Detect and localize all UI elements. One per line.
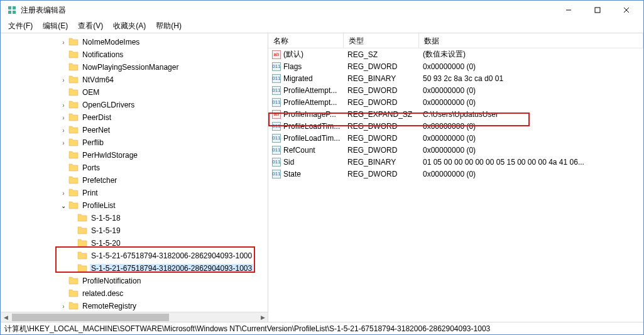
tree-node[interactable]: ›S-1-5-21-67518794-3182006-2862904093-10… (1, 262, 266, 275)
horizontal-scrollbar[interactable]: ◀ ▶ (1, 312, 268, 322)
tree-node-label: Ports (81, 163, 101, 172)
tree-node[interactable]: ›S-1-5-19 (1, 224, 266, 237)
menu-edit[interactable]: 编辑(E) (38, 19, 73, 33)
value-row[interactable]: 011StateREG_DWORD0x00000000 (0) (268, 168, 643, 180)
value-row[interactable]: 011RefCountREG_DWORD0x00000000 (0) (268, 144, 643, 156)
tree-node[interactable]: ›RemoteRegistry (1, 300, 266, 312)
tree-node[interactable]: ›Perflib (1, 136, 266, 149)
chevron-right-icon[interactable]: › (58, 114, 68, 121)
value-row[interactable]: 011FlagsREG_DWORD0x00000000 (0) (268, 60, 643, 72)
tree-node-label: NtVdm64 (81, 75, 115, 84)
column-data[interactable]: 数据 (419, 33, 643, 48)
tree-node-label: related.desc (81, 289, 124, 298)
tree-node[interactable]: ›PeerDist (1, 111, 266, 124)
menu-help[interactable]: 帮助(H) (151, 19, 187, 33)
folder-icon (77, 213, 90, 224)
chevron-right-icon[interactable]: › (58, 140, 68, 146)
tree-node[interactable]: ›OpenGLDrivers (1, 99, 266, 111)
tree-node[interactable]: ›ProfileNotification (1, 275, 266, 287)
maximize-button[interactable] (583, 1, 612, 19)
chevron-right-icon[interactable]: › (58, 39, 68, 46)
value-data: 50 93 2c 8a 3c ca d0 01 (419, 74, 643, 83)
svg-rect-0 (8, 6, 11, 9)
binary-icon: 011 (272, 86, 281, 95)
menu-file[interactable]: 文件(F) (3, 19, 38, 33)
minimize-button[interactable] (554, 1, 583, 19)
tree-node[interactable]: ›Print (1, 187, 266, 199)
tree-node[interactable]: ›NowPlayingSessionManager (1, 61, 266, 74)
value-type: REG_DWORD (344, 86, 419, 95)
value-type: REG_EXPAND_SZ (344, 110, 419, 119)
value-row[interactable]: abProfileImageP...REG_EXPAND_SZC:\Users\… (268, 108, 643, 120)
tree-node[interactable]: ›PeerNet (1, 124, 266, 136)
menu-view[interactable]: 查看(V) (73, 19, 108, 33)
value-name: ProfileAttempt... (283, 86, 337, 95)
svg-rect-5 (595, 8, 600, 13)
folder-icon (68, 301, 81, 312)
value-data: 0x00000000 (0) (419, 98, 643, 107)
value-data: 01 05 00 00 00 00 00 05 15 00 00 00 4a 4… (419, 158, 643, 167)
tree-node[interactable]: ›S-1-5-21-67518794-3182006-2862904093-10… (1, 250, 266, 262)
statusbar: 计算机\HKEY_LOCAL_MACHINE\SOFTWARE\Microsof… (1, 322, 643, 334)
chevron-right-icon[interactable]: › (58, 102, 68, 109)
scroll-left-button[interactable]: ◀ (1, 312, 11, 322)
tree-node[interactable]: ›related.desc (1, 287, 266, 300)
tree-node[interactable]: ⌄ProfileList (1, 199, 266, 212)
value-type: REG_DWORD (344, 98, 419, 107)
tree-node[interactable]: ›Prefetcher (1, 174, 266, 187)
close-button[interactable] (612, 1, 641, 19)
chevron-right-icon[interactable]: › (58, 77, 68, 84)
list-header: 名称 类型 数据 (268, 33, 643, 48)
tree-node[interactable]: ›PerHwIdStorage (1, 149, 266, 162)
tree-node-label: RemoteRegistry (81, 302, 138, 310)
tree-node[interactable]: ›OEM (1, 86, 266, 99)
folder-icon (68, 188, 81, 199)
folder-icon (68, 50, 81, 60)
folder-icon (68, 62, 81, 73)
tree-node-label: Notifications (81, 50, 124, 59)
tree-node[interactable]: ›S-1-5-20 (1, 237, 266, 250)
binary-icon: 011 (272, 98, 281, 107)
scroll-track[interactable] (11, 312, 258, 322)
tree-node-label: ProfileList (81, 201, 117, 210)
tree-node[interactable]: ›NoImeModeImes (1, 36, 266, 48)
tree-node[interactable]: ›Notifications (1, 48, 266, 61)
folder-icon (68, 113, 81, 123)
list-body[interactable]: ab(默认)REG_SZ(数值未设置)011FlagsREG_DWORD0x00… (268, 48, 643, 322)
chevron-right-icon[interactable]: › (58, 303, 68, 310)
value-row[interactable]: 011SidREG_BINARY01 05 00 00 00 00 00 05 … (268, 156, 643, 168)
value-name: ProfileLoadTim... (283, 122, 340, 131)
chevron-right-icon[interactable]: › (58, 190, 68, 197)
menu-favorites[interactable]: 收藏夹(A) (108, 19, 151, 33)
svg-rect-1 (13, 6, 16, 9)
value-row[interactable]: 011ProfileAttempt...REG_DWORD0x00000000 … (268, 84, 643, 96)
binary-icon: 011 (272, 158, 281, 167)
value-data: 0x00000000 (0) (419, 62, 643, 71)
folder-icon (77, 226, 90, 236)
tree-node-label: ProfileNotification (81, 277, 142, 285)
chevron-right-icon[interactable]: › (58, 127, 68, 134)
value-row[interactable]: 011MigratedREG_BINARY50 93 2c 8a 3c ca d… (268, 72, 643, 84)
window-title: 注册表编辑器 (21, 5, 554, 16)
scroll-thumb[interactable] (12, 314, 169, 321)
tree-node[interactable]: ›Ports (1, 162, 266, 174)
binary-icon: 011 (272, 146, 281, 155)
tree-node[interactable]: ›S-1-5-18 (1, 212, 266, 224)
folder-icon (77, 238, 90, 249)
scroll-right-button[interactable]: ▶ (258, 312, 268, 322)
tree-node[interactable]: ›NtVdm64 (1, 74, 266, 86)
column-name[interactable]: 名称 (268, 33, 344, 48)
value-row[interactable]: 011ProfileLoadTim...REG_DWORD0x00000000 … (268, 132, 643, 144)
column-type[interactable]: 类型 (344, 33, 419, 48)
value-row[interactable]: 011ProfileAttempt...REG_DWORD0x00000000 … (268, 96, 643, 108)
titlebar[interactable]: 注册表编辑器 (1, 1, 643, 19)
tree-pane[interactable]: ›NoImeModeImes›Notifications›NowPlayingS… (1, 33, 268, 322)
value-type: REG_DWORD (344, 134, 419, 143)
chevron-down-icon[interactable]: ⌄ (58, 202, 68, 209)
value-type: REG_DWORD (344, 146, 419, 155)
folder-icon (68, 75, 81, 85)
tree-node-label: S-1-5-21-67518794-3182006-2862904093-100… (90, 264, 253, 273)
folder-icon (68, 163, 81, 173)
value-row[interactable]: 011ProfileLoadTim...REG_DWORD0x00000000 … (268, 120, 643, 132)
value-row[interactable]: ab(默认)REG_SZ(数值未设置) (268, 48, 643, 60)
